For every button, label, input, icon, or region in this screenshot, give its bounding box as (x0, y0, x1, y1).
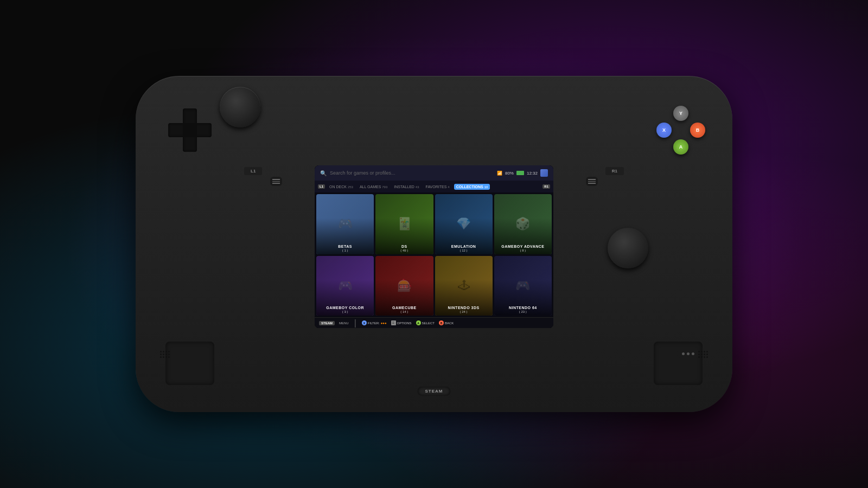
l1-indicator: L1 (318, 184, 325, 189)
battery-percent: 80% (505, 171, 514, 176)
gbc-count: ( 3 ) (326, 310, 364, 313)
tabs-bar: L1 ON DECK 253 ALL GAMES 793 INSTALLED 4… (315, 181, 553, 192)
ds-label: DS ( 49 ) (399, 242, 409, 254)
gba-name: GAMEBOY ADVANCE (501, 245, 544, 248)
b-button-label: B (696, 127, 700, 133)
tab-on-deck[interactable]: ON DECK 253 (327, 184, 355, 190)
bottom-action-bar: STEAM MENU | X FILTER: ●●● ☰ OPTIONS A S… (315, 317, 553, 328)
r1-indicator: R1 (542, 184, 550, 189)
menu-right-icon (588, 179, 596, 184)
avatar[interactable] (540, 169, 548, 177)
emulation-count: ( 12 ) (451, 249, 476, 252)
menu-lines-icon (272, 179, 280, 184)
back-label: BACK (445, 322, 454, 325)
d-pad[interactable] (168, 108, 212, 152)
collection-ds[interactable]: 🃏 DS ( 49 ) (375, 194, 433, 254)
b-button[interactable]: B (690, 123, 705, 138)
tab-all-games-label: ALL GAMES (360, 185, 381, 189)
ds-count: ( 49 ) (400, 249, 408, 252)
gba-count: ( 8 ) (501, 249, 544, 252)
tab-favorites-count: 4 (448, 185, 449, 189)
options-label: OPTIONS (397, 322, 412, 325)
a-button-icon: A (416, 320, 421, 325)
tab-collections-count: 10 (484, 185, 488, 189)
gamecube-count: ( 14 ) (392, 310, 417, 313)
a-button-label: A (679, 144, 683, 150)
gamecube-label: GAMECUBE ( 14 ) (391, 304, 418, 316)
steam-menu-button[interactable]: STEAM (418, 387, 451, 396)
speaker-left-grill (160, 351, 170, 358)
menu-right-button[interactable] (586, 177, 598, 186)
options-icon: ☰ (391, 320, 396, 325)
steam-deck-shell: L1 R1 🔍 Search for games or profiles... … (136, 76, 732, 412)
search-icon: 🔍 (320, 170, 327, 176)
tab-collections-label: COLLECTIONS (456, 185, 483, 189)
collection-gba[interactable]: 🎲 GAMEBOY ADVANCE ( 8 ) (494, 194, 552, 254)
separator-1: | (354, 318, 356, 328)
back-action[interactable]: B BACK (439, 320, 454, 325)
a-button[interactable]: A (673, 139, 688, 155)
emulation-label: EMULATION ( 12 ) (450, 242, 477, 254)
filter-action[interactable]: X FILTER: ●●● (362, 320, 387, 325)
right-touchpad[interactable] (654, 342, 703, 385)
speaker-right-grill (698, 351, 708, 358)
b-button-icon: B (439, 320, 444, 325)
l1-label: L1 (251, 169, 256, 174)
select-action[interactable]: A SELECT (416, 320, 435, 325)
tab-on-deck-count: 253 (348, 185, 353, 189)
left-thumbstick[interactable] (220, 87, 260, 127)
tab-all-games[interactable]: ALL GAMES 793 (358, 184, 390, 190)
dot-2 (687, 352, 690, 355)
dots-button[interactable] (676, 350, 700, 358)
menu-label: MENU (339, 322, 349, 325)
dot-1 (682, 352, 685, 355)
x-button[interactable]: X (656, 123, 672, 138)
y-button[interactable]: Y (673, 106, 688, 121)
menu-left-button[interactable] (270, 177, 282, 186)
n64-name: NINTENDO 64 (509, 306, 537, 310)
tab-favorites[interactable]: FAVORITES 4 (424, 184, 452, 190)
x-button-label: X (662, 127, 666, 133)
ds-name: DS (400, 245, 408, 248)
tab-on-deck-label: ON DECK (329, 185, 347, 189)
steam-button-text: STEAM (425, 389, 443, 394)
l1-button[interactable]: L1 (244, 167, 262, 175)
n3ds-label: NINTENDO 3DS ( 24 ) (447, 304, 481, 316)
left-touchpad[interactable] (165, 342, 214, 385)
filter-dots: ●●● (381, 322, 387, 325)
steam-button-label[interactable]: STEAM (319, 321, 335, 325)
speaker-right (698, 351, 708, 358)
gbc-name: GAMEBOY COLOR (326, 306, 364, 310)
collection-gamecube[interactable]: 🎰 GAMECUBE ( 14 ) (375, 256, 433, 316)
right-thumbstick[interactable] (608, 228, 648, 268)
clock: 12:32 (527, 171, 538, 176)
betas-name: BETAS (338, 245, 352, 248)
collection-n3ds[interactable]: 🕹 NINTENDO 3DS ( 24 ) (435, 256, 493, 316)
collection-betas[interactable]: 🎮 BETAS ( 1 ) (316, 194, 374, 254)
tab-favorites-label: FAVORITES (426, 185, 447, 189)
tab-collections[interactable]: COLLECTIONS 10 (454, 184, 490, 190)
n64-label: NINTENDO 64 ( 23 ) (508, 304, 538, 316)
dot-3 (692, 352, 694, 355)
emulation-name: EMULATION (451, 245, 476, 248)
r1-button[interactable]: R1 (605, 167, 624, 175)
search-bar[interactable]: 🔍 Search for games or profiles... 📶 80% … (315, 165, 553, 181)
steam-ui: 🔍 Search for games or profiles... 📶 80% … (315, 165, 553, 328)
collection-emulation[interactable]: 💎 EMULATION ( 12 ) (435, 194, 493, 254)
tab-all-games-count: 793 (382, 185, 387, 189)
tab-installed-label: INSTALLED (394, 185, 414, 189)
n3ds-count: ( 24 ) (448, 310, 480, 313)
collection-gbc[interactable]: 🎮 GAMEBOY COLOR ( 3 ) (316, 256, 374, 316)
y-button-label: Y (679, 111, 682, 116)
r1-label: R1 (612, 169, 617, 174)
collection-n64[interactable]: 🎮 NINTENDO 64 ( 23 ) (494, 256, 552, 316)
options-action[interactable]: ☰ OPTIONS (391, 320, 412, 325)
dpad-center (183, 123, 197, 137)
wifi-icon: 📶 (497, 171, 502, 176)
battery-icon (516, 171, 524, 175)
n64-count: ( 23 ) (509, 310, 537, 313)
screen: 🔍 Search for games or profiles... 📶 80% … (315, 165, 553, 328)
tab-installed[interactable]: INSTALLED 43 (392, 184, 421, 190)
search-input[interactable]: Search for games or profiles... (330, 170, 494, 176)
select-label: SELECT (422, 322, 435, 325)
